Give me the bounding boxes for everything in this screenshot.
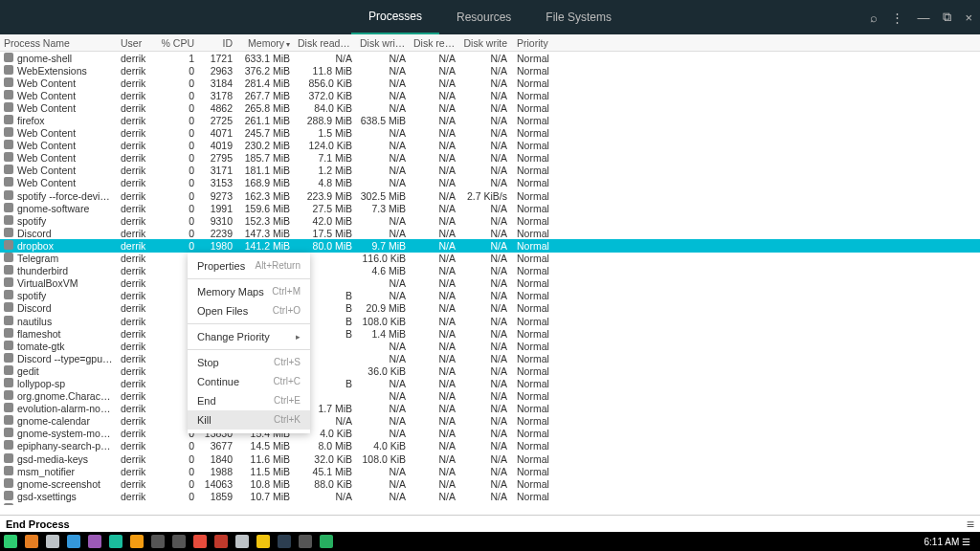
taskbar-app-icon[interactable]	[109, 535, 122, 548]
taskbar-app-icon[interactable]	[67, 535, 80, 548]
table-row[interactable]: Web Contentderrik04071245.7 MiB1.5 MiBN/…	[0, 127, 980, 140]
process-table[interactable]: gnome-shellderrik11721633.1 MiBN/AN/AN/A…	[0, 52, 980, 505]
process-icon	[4, 127, 13, 137]
menu-item-memory-maps[interactable]: Memory MapsCtrl+M	[188, 282, 310, 301]
process-icon	[4, 115, 13, 124]
table-row[interactable]: gsd-colorderrik0185410.6 MiB8.0 KiBN/AN/…	[0, 502, 980, 505]
table-row[interactable]: Discord --type=gpu-process --derrikN/AN/…	[0, 352, 980, 364]
table-row[interactable]: spotify --force-device-scale-faderrik092…	[0, 189, 980, 202]
table-row[interactable]: flameshotderrikB1.4 MiBN/AN/ANormal	[0, 327, 980, 340]
col-cpu[interactable]: % CPU	[155, 37, 198, 49]
table-row[interactable]: org.gnome.Characters.BackgroderrikN/AN/A…	[0, 390, 980, 403]
table-row[interactable]: gsd-media-keysderrik0184011.6 MiB32.0 Ki…	[0, 452, 980, 465]
menu-item-continue[interactable]: ContinueCtrl+C	[188, 372, 310, 391]
menu-icon[interactable]: ⋮	[891, 11, 903, 25]
process-icon	[4, 277, 13, 287]
table-row[interactable]: gnome-calendarderrik01357915.5 MiBN/AN/A…	[0, 415, 980, 428]
table-row[interactable]: spotifyderrikBN/AN/AN/ANormal	[0, 290, 980, 302]
table-row[interactable]: Telegramderrik116.0 KiBN/AN/ANormal	[0, 253, 980, 265]
taskbar-app-icon[interactable]	[130, 535, 144, 548]
maximize-button[interactable]: ⧉	[943, 10, 951, 25]
table-row[interactable]: gnome-shellderrik11721633.1 MiBN/AN/AN/A…	[0, 52, 980, 64]
table-row[interactable]: Web Contentderrik03184281.4 MiB856.0 KiB…	[0, 77, 980, 89]
col-id[interactable]: ID	[198, 37, 236, 49]
table-row[interactable]: gsd-xsettingsderrik0185910.7 MiBN/AN/AN/…	[0, 490, 980, 502]
table-row[interactable]: thunderbirdderrik4.6 MiBN/AN/ANormal	[0, 265, 980, 277]
menu-item-end[interactable]: EndCtrl+E	[188, 391, 310, 410]
col-disk-read[interactable]: Disk read	[410, 37, 459, 49]
table-row[interactable]: DiscordderrikB20.9 MiBN/AN/ANormal	[0, 302, 980, 315]
table-row[interactable]: msm_notifierderrik0198811.5 MiB45.1 MiBN…	[0, 465, 980, 477]
table-row[interactable]: firefoxderrik02725261.1 MiB288.9 MiB638.…	[0, 114, 980, 126]
process-icon	[4, 453, 13, 463]
table-row[interactable]: Web Contentderrik03153168.9 MiB4.8 MiBN/…	[0, 177, 980, 189]
menu-item-open-files[interactable]: Open FilesCtrl+O	[188, 301, 310, 320]
table-row[interactable]: gnome-screenshotderrik01406310.8 MiB88.0…	[0, 477, 980, 490]
process-icon	[4, 390, 13, 400]
table-row[interactable]: geditderrik36.0 KiBN/AN/ANormal	[0, 364, 980, 377]
table-row[interactable]: lollypop-spderrikBN/AN/AN/ANormal	[0, 377, 980, 389]
taskbar-app-icon[interactable]	[25, 535, 38, 548]
clock[interactable]: 6:11 AM ☰	[924, 537, 970, 547]
bottom-bar: End Process ≡	[0, 515, 980, 532]
table-row[interactable]: Web Contentderrik04862265.8 MiB84.0 KiBN…	[0, 101, 980, 114]
table-row[interactable]: evolution-alarm-notifyderrik0198215.6 Mi…	[0, 403, 980, 415]
close-button[interactable]: ×	[965, 11, 972, 25]
tab-processes[interactable]: Processes	[351, 0, 439, 34]
taskbar-app-icon[interactable]	[172, 535, 186, 548]
minimize-button[interactable]: —	[917, 11, 929, 25]
taskbar-app-icon[interactable]	[299, 535, 312, 548]
table-row[interactable]: Web Contentderrik02795185.7 MiB7.1 MiBN/…	[0, 152, 980, 165]
table-row[interactable]: gnome-system-monitorderrik01383015.4 MiB…	[0, 428, 980, 440]
menu-item-properties[interactable]: PropertiesAlt+Return	[188, 256, 310, 276]
table-row[interactable]: spotifyderrik09310152.3 MiB42.0 MiBN/AN/…	[0, 214, 980, 227]
table-row[interactable]: nautilusderrikB108.0 KiBN/AN/ANormal	[0, 315, 980, 327]
table-row[interactable]: tomate-gtkderrikN/AN/AN/ANormal	[0, 340, 980, 352]
menu-item-kill[interactable]: KillCtrl+K	[188, 410, 310, 430]
process-icon	[4, 177, 13, 187]
search-icon[interactable]: ⌕	[870, 11, 878, 25]
col-disk-write[interactable]: Disk write	[459, 37, 511, 49]
table-row[interactable]: WebExtensionsderrik02963376.2 MiB11.8 Mi…	[0, 64, 980, 77]
table-row[interactable]: epiphany-search-providerderrik0367714.5 …	[0, 440, 980, 452]
process-icon	[4, 165, 13, 174]
col-process-name[interactable]: Process Name	[0, 37, 117, 49]
process-icon	[4, 65, 13, 75]
tab-filesystems[interactable]: File Systems	[528, 0, 629, 34]
end-process-button[interactable]: End Process	[6, 518, 70, 530]
taskbar-app-icon[interactable]	[46, 535, 59, 548]
table-row[interactable]: Discordderrik02239147.3 MiB17.5 MiBN/AN/…	[0, 227, 980, 239]
taskbar-app-icon[interactable]	[235, 535, 249, 548]
col-disk-write-total[interactable]: Disk write tota	[356, 37, 410, 49]
table-row[interactable]: gnome-softwarederrik01991159.6 MiB27.5 M…	[0, 202, 980, 214]
context-menu: PropertiesAlt+ReturnMemory MapsCtrl+MOpe…	[188, 253, 310, 433]
taskbar-app-icon[interactable]	[88, 535, 101, 548]
column-headers[interactable]: Process Name User % CPU ID Memory Disk r…	[0, 34, 980, 52]
col-user[interactable]: User	[117, 37, 155, 49]
taskbar-app-icon[interactable]	[4, 535, 17, 548]
menu-item-change-priority[interactable]: Change Priority▸	[188, 327, 310, 346]
process-icon	[4, 353, 13, 363]
process-icon	[4, 53, 13, 62]
table-row[interactable]: Web Contentderrik04019230.2 MiB124.0 KiB…	[0, 140, 980, 152]
col-priority[interactable]: Priority	[511, 37, 559, 49]
taskbar-app-icon[interactable]	[320, 535, 333, 548]
taskbar-app-icon[interactable]	[193, 535, 207, 548]
options-icon[interactable]: ≡	[967, 517, 974, 532]
table-row[interactable]: VirtualBoxVMderrikN/AN/AN/ANormal	[0, 277, 980, 290]
table-row[interactable]: dropboxderrik01980141.2 MiB80.0 MiB9.7 M…	[0, 239, 980, 252]
process-icon	[4, 215, 13, 225]
col-disk-read-total[interactable]: Disk read total	[294, 37, 356, 49]
taskbar-app-icon[interactable]	[151, 535, 165, 548]
taskbar-app-icon[interactable]	[214, 535, 228, 548]
table-row[interactable]: Web Contentderrik03178267.7 MiB372.0 KiB…	[0, 89, 980, 101]
taskbar-app-icon[interactable]	[278, 535, 291, 548]
menu-item-stop[interactable]: StopCtrl+S	[188, 353, 310, 372]
taskbar-app-icon[interactable]	[256, 535, 270, 548]
tab-resources[interactable]: Resources	[439, 0, 528, 34]
process-icon	[4, 316, 13, 325]
process-icon	[4, 365, 13, 375]
col-memory[interactable]: Memory	[236, 37, 294, 49]
process-icon	[4, 102, 13, 112]
table-row[interactable]: Web Contentderrik03171181.1 MiB1.2 MiBN/…	[0, 165, 980, 177]
